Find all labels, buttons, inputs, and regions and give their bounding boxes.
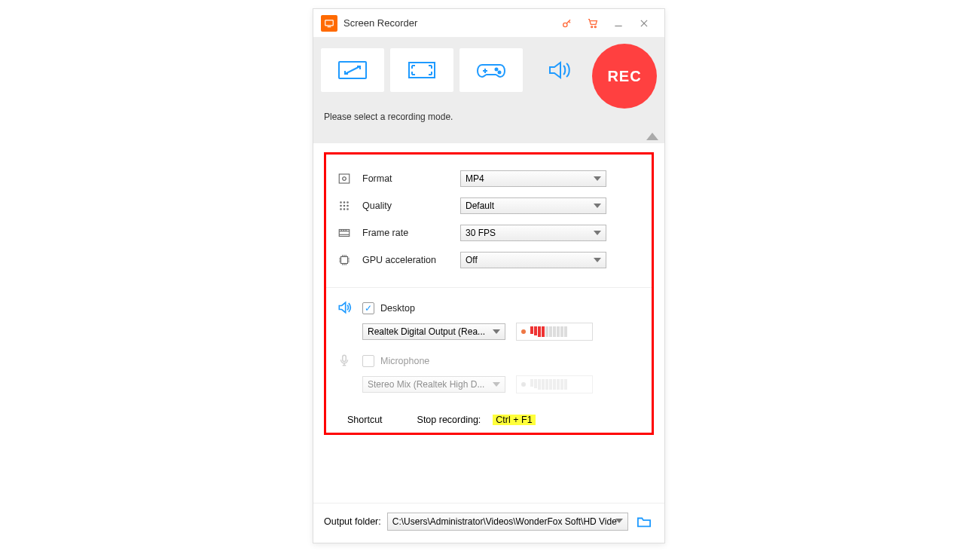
record-button[interactable]: REC: [592, 44, 657, 109]
svg-rect-29: [341, 257, 348, 264]
svg-point-2: [563, 23, 567, 26]
gpu-select[interactable]: Off: [460, 252, 606, 268]
svg-point-18: [343, 205, 345, 207]
svg-point-20: [340, 209, 342, 210]
collapse-caret-icon[interactable]: [646, 133, 658, 140]
desktop-checkbox[interactable]: [362, 302, 374, 314]
svg-point-4: [594, 26, 596, 27]
svg-rect-30: [343, 355, 347, 361]
microphone-icon: [335, 353, 353, 368]
framerate-icon: [335, 226, 353, 240]
framerate-label: Frame rate: [362, 228, 460, 238]
mode-fullscreen-icon[interactable]: [390, 48, 453, 92]
microphone-label: Microphone: [380, 356, 429, 366]
svg-point-19: [347, 205, 349, 207]
browse-folder-button[interactable]: [634, 513, 654, 530]
quality-select[interactable]: Default: [460, 197, 606, 214]
desktop-audio-block: Desktop Realtek Digital Output (Rea...: [335, 300, 643, 341]
speaker-icon: [335, 300, 353, 315]
quality-icon: [335, 199, 353, 213]
microphone-level-meter: [516, 375, 593, 393]
quality-label: Quality: [362, 201, 460, 211]
svg-point-13: [343, 177, 347, 181]
footer: Output folder: C:\Users\Administrator\Vi…: [313, 503, 664, 543]
cart-icon[interactable]: [580, 12, 606, 35]
svg-rect-12: [339, 174, 350, 183]
key-icon[interactable]: [554, 12, 580, 35]
svg-point-3: [591, 26, 593, 27]
mode-hint: Please select a recording mode.: [324, 112, 453, 122]
framerate-row: Frame rate 30 FPS: [335, 219, 643, 246]
shortcut-row: Shortcut Stop recording: Ctrl + F1: [335, 415, 643, 425]
svg-point-17: [340, 205, 342, 207]
output-folder-select[interactable]: C:\Users\Administrator\Videos\WonderFox …: [387, 513, 628, 531]
svg-rect-23: [339, 230, 350, 237]
framerate-select[interactable]: 30 FPS: [460, 225, 606, 241]
gpu-label: GPU acceleration: [362, 255, 460, 265]
settings-panel: Format MP4 Quality Default Frame rate 30…: [324, 152, 654, 435]
close-button[interactable]: [631, 12, 657, 35]
gpu-icon: [335, 253, 353, 267]
screen-recorder-window: Screen Recorder REC Please se: [313, 8, 665, 543]
format-label: Format: [362, 173, 460, 184]
microphone-device-select[interactable]: Stereo Mix (Realtek High D...: [362, 376, 505, 393]
app-icon: [321, 15, 337, 32]
format-row: Format MP4: [335, 165, 643, 192]
record-label: REC: [607, 68, 641, 85]
desktop-level-meter: [516, 323, 593, 341]
stop-recording-label: Stop recording:: [417, 415, 481, 425]
svg-rect-0: [325, 20, 334, 25]
microphone-audio-block: Microphone Stereo Mix (Realtek High D...: [335, 353, 643, 393]
svg-point-16: [347, 202, 349, 204]
svg-point-10: [496, 69, 498, 71]
mode-game-icon[interactable]: [459, 48, 523, 92]
quality-row: Quality Default: [335, 192, 643, 219]
mode-audio-icon[interactable]: [529, 48, 592, 92]
shortcut-label: Shortcut: [347, 415, 383, 425]
svg-rect-1: [328, 26, 331, 27]
format-select[interactable]: MP4: [460, 170, 606, 187]
app-title: Screen Recorder: [343, 17, 417, 29]
minimize-button[interactable]: [606, 12, 631, 35]
gpu-row: GPU acceleration Off: [335, 246, 643, 274]
stop-recording-key: Ctrl + F1: [493, 415, 535, 425]
svg-point-22: [347, 209, 349, 210]
mode-bar: REC Please select a recording mode.: [313, 38, 664, 143]
mode-region-icon[interactable]: [321, 48, 384, 92]
output-folder-label: Output folder:: [324, 516, 381, 527]
format-icon: [335, 172, 353, 185]
svg-point-15: [343, 202, 345, 204]
desktop-device-select[interactable]: Realtek Digital Output (Rea...: [362, 323, 505, 340]
titlebar: Screen Recorder: [313, 9, 664, 38]
svg-point-21: [343, 209, 345, 210]
desktop-label: Desktop: [380, 303, 415, 314]
microphone-checkbox[interactable]: [362, 355, 374, 367]
svg-point-11: [499, 72, 501, 74]
svg-point-14: [340, 202, 342, 204]
divider: [326, 287, 652, 288]
